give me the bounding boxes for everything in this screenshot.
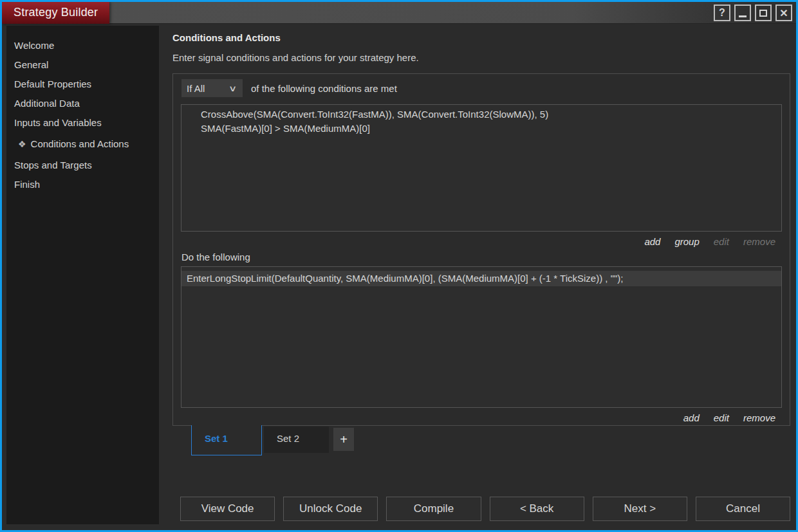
- condition-remove-link: remove: [743, 236, 775, 247]
- dropdown-selected-value: If All: [187, 83, 230, 94]
- sidebar-item-welcome[interactable]: Welcome: [6, 36, 159, 55]
- sidebar-item-additional-data[interactable]: Additional Data: [6, 94, 159, 113]
- help-icon: ?: [719, 7, 725, 19]
- sidebar-item-conditions-and-actions[interactable]: ❖Conditions and Actions: [6, 134, 159, 154]
- view-code-button[interactable]: View Code: [180, 497, 275, 521]
- action-remove-link[interactable]: remove: [743, 412, 775, 423]
- action-edit-link[interactable]: edit: [714, 412, 729, 423]
- condition-match-row: If All ∨ of the following conditions are…: [181, 79, 782, 97]
- condition-group-link[interactable]: group: [674, 236, 699, 247]
- condition-add-link[interactable]: add: [644, 236, 660, 247]
- window-controls: ? ✕: [714, 5, 792, 21]
- condition-links-row: add group edit remove: [181, 232, 782, 251]
- help-button[interactable]: ?: [714, 5, 730, 21]
- condition-match-label: of the following conditions are met: [251, 83, 397, 94]
- condition-row[interactable]: SMA(FastMA)[0] > SMA(MediumMA)[0]: [181, 122, 781, 136]
- close-icon: ✕: [779, 7, 788, 19]
- actions-label: Do the following: [181, 251, 782, 266]
- minimize-button[interactable]: [734, 5, 751, 21]
- unlock-code-button[interactable]: Unlock Code: [283, 497, 378, 521]
- next-button[interactable]: Next >: [593, 497, 687, 521]
- tab-set-1[interactable]: Set 1: [191, 425, 262, 455]
- set-tabs: Set 1 Set 2 +: [191, 426, 790, 457]
- window-title-badge: Strategy Builder: [2, 2, 109, 24]
- close-button[interactable]: ✕: [775, 5, 792, 21]
- compile-button[interactable]: Compile: [386, 497, 481, 521]
- sidebar-item-finish[interactable]: Finish: [6, 175, 159, 194]
- action-add-link[interactable]: add: [683, 412, 700, 423]
- tab-set-2[interactable]: Set 2: [264, 427, 329, 453]
- wizard-sidebar: Welcome General Default Properties Addit…: [6, 26, 159, 524]
- condition-match-dropdown[interactable]: If All ∨: [181, 79, 243, 97]
- add-set-tab-button[interactable]: +: [333, 428, 354, 451]
- action-links-row: add edit remove: [181, 408, 782, 427]
- page-title: Conditions and Actions: [172, 32, 790, 43]
- cancel-button[interactable]: Cancel: [696, 497, 790, 521]
- conditions-list[interactable]: CrossAbove(SMA(Convert.ToInt32(FastMA)),…: [181, 104, 782, 232]
- conditions-actions-groupbox: If All ∨ of the following conditions are…: [172, 73, 790, 426]
- plus-icon: +: [340, 432, 348, 447]
- condition-row[interactable]: CrossAbove(SMA(Convert.ToInt32(FastMA)),…: [181, 107, 781, 122]
- titlebar[interactable]: Strategy Builder ? ✕: [2, 2, 796, 24]
- minimize-icon: [739, 15, 747, 17]
- condition-edit-link: edit: [714, 236, 729, 247]
- sidebar-item-label: Conditions and Actions: [31, 138, 129, 149]
- actions-list[interactable]: EnterLongStopLimit(DefaultQuantity, SMA(…: [181, 266, 782, 408]
- sidebar-item-general[interactable]: General: [6, 55, 159, 75]
- footer-button-row: View Code Unlock Code Compile < Back Nex…: [180, 497, 790, 521]
- window-title: Strategy Builder: [14, 6, 98, 19]
- back-button[interactable]: < Back: [490, 497, 584, 521]
- sidebar-item-stops-and-targets[interactable]: Stops and Targets: [6, 156, 159, 175]
- four-diamonds-icon: ❖: [18, 139, 26, 149]
- sidebar-item-inputs-and-variables[interactable]: Inputs and Variables: [6, 113, 159, 133]
- chevron-down-icon: ∨: [229, 84, 237, 93]
- maximize-icon: [759, 10, 767, 17]
- action-row[interactable]: EnterLongStopLimit(DefaultQuantity, SMA(…: [181, 271, 781, 286]
- sidebar-item-default-properties[interactable]: Default Properties: [6, 75, 159, 94]
- strategy-builder-window: Strategy Builder ? ✕ Welcome General Def…: [0, 0, 798, 532]
- maximize-button[interactable]: [755, 5, 772, 21]
- page-subtitle: Enter signal conditions and actions for …: [172, 52, 790, 63]
- main-panel: Conditions and Actions Enter signal cond…: [159, 26, 796, 530]
